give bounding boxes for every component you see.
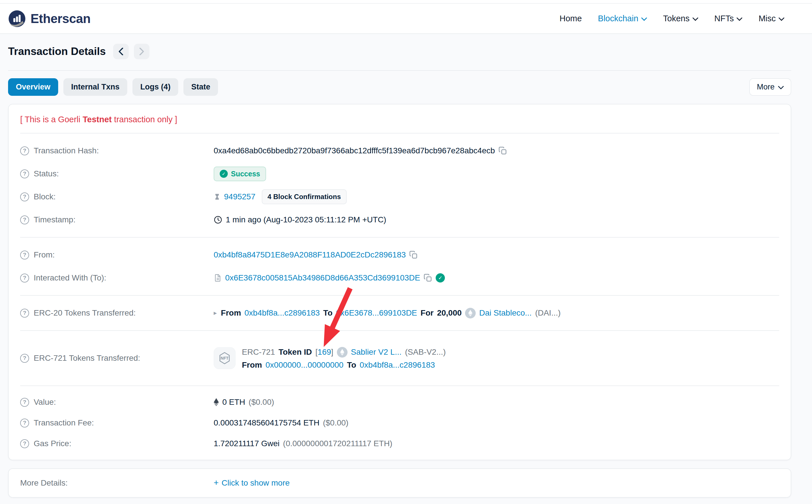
erc20-from-label: From [221,308,241,318]
copy-icon [424,274,432,282]
chevron-down-icon [778,86,784,89]
erc721-token-id-link[interactable]: 169 [318,348,331,357]
tab-overview[interactable]: Overview [8,78,58,96]
more-button[interactable]: More [749,78,791,96]
sablier-token-icon [337,347,348,358]
erc721-transfers-label: ERC-721 Tokens Transferred: [34,354,140,363]
interacted-with-row: ? Interacted With (To): 0x6E3678c005815A… [20,266,779,289]
contract-address-link[interactable]: 0x6E3678c005815Ab34986D8d66A353Cd3699103… [225,273,420,282]
timestamp-value: 1 min ago (Aug-10-2023 05:11:12 PM +UTC) [226,215,386,224]
navbar: Etherscan Home Blockchain Tokens NFTs Mi… [0,4,812,34]
plus-icon: + [214,478,219,488]
help-icon[interactable]: ? [20,398,29,407]
copy-button[interactable] [409,251,418,259]
copy-icon [498,146,507,155]
nav-item-nfts[interactable]: NFTs [714,14,743,23]
block-label: Block: [34,192,56,201]
eth-icon [214,398,219,406]
gas-price-value: 1.720211117 Gwei [214,439,280,448]
erc20-transfers-label: ERC-20 Tokens Transferred: [34,308,136,318]
section-addresses: ? From: 0xb4bf8a8475D1E8e9A2088F118AD0E2… [20,238,779,296]
check-icon: ✓ [220,170,228,178]
help-icon[interactable]: ? [20,146,29,155]
previous-transaction-button[interactable] [113,44,129,59]
copy-icon [409,251,418,259]
erc20-to-label: To [323,308,333,318]
erc721-token-symbol: (SAB-V2...) [405,348,446,357]
chevron-down-icon [779,18,784,21]
erc721-to-label: To [347,360,356,370]
transaction-hash-row: ? Transaction Hash: 0xa4ed68ab0c6bbedb27… [20,139,779,162]
erc721-from-address-link[interactable]: 0x000000...00000000 [266,360,344,370]
section-erc721: ? ERC-721 Tokens Transferred: NFT ERC-72… [20,331,779,386]
help-icon[interactable]: ? [20,251,29,259]
nav-item-misc[interactable]: Misc [758,14,784,23]
timestamp-label: Timestamp: [34,215,75,224]
transaction-fee-label: Transaction Fee: [34,418,94,427]
transaction-fee-value: 0.000317485604175754 ETH [214,418,319,427]
status-row: ? Status: ✓ Success [20,162,779,185]
tab-state[interactable]: State [183,78,218,96]
section-erc20: ? ERC-20 Tokens Transferred: ▸ From 0xb4… [20,296,779,331]
help-icon[interactable]: ? [20,439,29,448]
status-label: Status: [34,169,59,178]
erc721-token-id-label: Token ID [279,348,312,357]
tab-logs[interactable]: Logs (4) [132,78,178,96]
help-icon[interactable]: ? [20,354,29,363]
section-value: ? Value: 0 ETH ($0.00) ? Transaction Fee… [20,386,779,460]
copy-button[interactable] [424,274,432,282]
caret-icon: ▸ [214,309,217,317]
chevron-down-icon [693,18,698,21]
erc20-for-label: For [421,308,434,318]
nav-item-home[interactable]: Home [559,14,582,23]
chevron-down-icon [641,18,647,21]
next-transaction-button[interactable] [134,44,149,59]
dai-token-icon [465,308,476,318]
clock-icon [214,215,222,224]
nav-item-blockchain[interactable]: Blockchain [598,14,647,23]
brand-name: Etherscan [30,12,90,26]
help-icon[interactable]: ? [20,274,29,282]
erc721-from-label: From [242,360,262,370]
erc721-to-address-link[interactable]: 0xb4bf8a...c2896183 [360,360,435,370]
gas-price-label: Gas Price: [34,439,71,448]
more-details-card: More Details: + Click to show more [8,468,791,498]
transaction-hash-label: Transaction Hash: [34,146,99,155]
hourglass-icon [214,192,221,201]
block-number-link[interactable]: 9495257 [224,192,256,201]
help-icon[interactable]: ? [20,192,29,201]
erc20-from-address-link[interactable]: 0xb4bf8a...c2896183 [245,308,320,318]
interacted-with-label: Interacted With (To): [34,273,106,282]
value-usd: ($0.00) [249,398,274,407]
from-row: ? From: 0xb4bf8a8475D1E8e9A2088F118AD0E2… [20,243,779,266]
help-icon[interactable]: ? [20,215,29,224]
erc20-amount: 20,000 [437,308,462,318]
erc20-token-link[interactable]: Dai Stableco... [479,308,531,318]
erc721-transfers-row: ? ERC-721 Tokens Transferred: NFT ERC-72… [20,337,779,380]
tab-internal-txns[interactable]: Internal Txns [63,78,127,96]
top-divider [0,0,812,4]
help-icon[interactable]: ? [20,169,29,178]
etherscan-logo-icon [8,10,26,28]
testnet-warning: [ This is a Goerli Testnet transaction o… [20,104,779,133]
etherscan-logo[interactable]: Etherscan [8,10,90,28]
page-title: Transaction Details [8,45,106,58]
chevron-down-icon [737,18,742,21]
transaction-fee-usd: ($0.00) [323,418,348,427]
help-icon[interactable]: ? [20,419,29,427]
verified-check-icon: ✓ [436,273,445,282]
main-nav: Home Blockchain Tokens NFTs Misc [559,14,784,23]
svg-text:NFT: NFT [221,356,229,360]
nav-item-tokens[interactable]: Tokens [663,14,698,23]
help-icon[interactable]: ? [20,309,29,318]
show-more-link[interactable]: + Click to show more [214,478,290,488]
copy-button[interactable] [498,146,507,155]
erc721-token-link[interactable]: Sablier V2 L... [351,348,402,357]
gas-price-row: ? Gas Price: 1.720211117 Gwei (0.0000000… [20,433,779,454]
chevron-left-icon [118,48,123,55]
from-address-link[interactable]: 0xb4bf8a8475D1E8e9A2088F118AD0E2cDc28961… [214,250,406,259]
erc20-to-address-link[interactable]: 0x6E3678...699103DE [336,308,417,318]
status-text: Success [231,170,260,178]
value-row: ? Value: 0 ETH ($0.00) [20,392,779,413]
more-details-label: More Details: [20,478,68,488]
